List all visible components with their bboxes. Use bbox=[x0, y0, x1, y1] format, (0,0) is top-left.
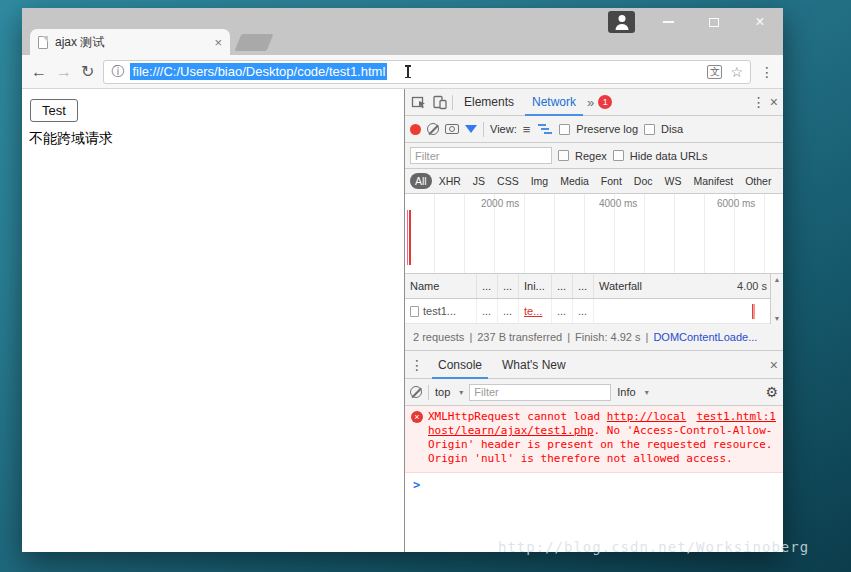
titlebar[interactable]: ajax 测试 × × bbox=[22, 8, 783, 55]
error-source-link[interactable]: test1.html:1 bbox=[697, 410, 776, 424]
request-cell[interactable]: ... bbox=[477, 299, 498, 323]
page-text: 不能跨域请求 bbox=[29, 130, 113, 148]
filter-chip-img[interactable]: Img bbox=[526, 173, 554, 189]
more-tabs-icon[interactable]: » bbox=[587, 95, 594, 110]
tab-console[interactable]: Console bbox=[432, 351, 488, 379]
request-cell[interactable]: ... bbox=[552, 299, 573, 323]
overview-view-icon[interactable] bbox=[536, 123, 553, 135]
column-waterfall[interactable]: Waterfall 4.00 s bbox=[594, 274, 783, 298]
tab-close-icon[interactable]: × bbox=[214, 36, 222, 49]
divider bbox=[483, 122, 484, 137]
filter-chip-font[interactable]: Font bbox=[596, 173, 627, 189]
network-filter-input[interactable] bbox=[410, 147, 552, 164]
request-waterfall-cell[interactable] bbox=[594, 299, 783, 323]
filter-chip-all[interactable]: All bbox=[410, 173, 432, 189]
maximize-button[interactable] bbox=[691, 8, 737, 36]
filter-chip-ws[interactable]: WS bbox=[660, 173, 687, 189]
filter-chip-xhr[interactable]: XHR bbox=[434, 173, 466, 189]
network-summary-bar: 2 requests | 237 B transferred | Finish:… bbox=[405, 324, 783, 351]
console-input-row[interactable]: > bbox=[405, 473, 783, 497]
new-tab-button[interactable] bbox=[235, 34, 274, 51]
drawer-menu-icon[interactable]: ⋮ bbox=[410, 357, 424, 373]
clear-icon[interactable] bbox=[427, 123, 439, 135]
load-event-line bbox=[409, 210, 411, 265]
request-initiator-cell[interactable]: te... bbox=[519, 299, 552, 323]
console-error-message: × test1.html:1 XMLHttpRequest cannot loa… bbox=[405, 406, 783, 473]
devtools-close-icon[interactable]: × bbox=[770, 94, 778, 110]
console-prompt-chevron: > bbox=[413, 478, 420, 492]
filter-chip-other[interactable]: Other bbox=[740, 173, 776, 189]
console-filter-input[interactable] bbox=[469, 384, 611, 401]
refresh-button[interactable]: ↻ bbox=[81, 64, 94, 80]
regex-label: Regex bbox=[575, 150, 607, 162]
column-initiator[interactable]: Ini... bbox=[519, 274, 552, 298]
device-toolbar-icon[interactable] bbox=[431, 94, 448, 110]
request-waterfall-bar bbox=[752, 304, 755, 319]
request-name-cell[interactable]: test1... bbox=[405, 299, 477, 323]
scroll-up-icon[interactable]: ▲ bbox=[774, 276, 781, 283]
requests-table-header: Name ... ... Ini... ... ... Waterfall 4.… bbox=[405, 274, 783, 299]
console-context-select[interactable]: top bbox=[435, 386, 450, 398]
screenshot-icon[interactable] bbox=[445, 124, 459, 134]
resource-type-filters: All XHR JS CSS Img Media Font Doc WS Man… bbox=[405, 169, 783, 194]
summary-separator: | bbox=[469, 331, 472, 343]
scroll-down-icon[interactable]: ▼ bbox=[774, 315, 781, 322]
console-messages: × test1.html:1 XMLHttpRequest cannot loa… bbox=[405, 406, 783, 552]
navigation-bar: ← → ↻ ⓘ file:///C:/Users/biao/Desktop/co… bbox=[22, 55, 783, 89]
test-button[interactable]: Test bbox=[30, 99, 78, 122]
network-overview-timeline[interactable]: 2000 ms 4000 ms 6000 ms bbox=[405, 194, 783, 274]
hide-data-urls-checkbox[interactable] bbox=[613, 150, 624, 161]
column-name[interactable]: Name bbox=[405, 274, 477, 298]
regex-checkbox[interactable] bbox=[558, 150, 569, 161]
drawer-close-icon[interactable]: × bbox=[770, 357, 778, 373]
clear-console-icon[interactable] bbox=[410, 386, 422, 398]
minimize-button[interactable] bbox=[645, 8, 691, 36]
column-misc[interactable]: ... bbox=[573, 274, 594, 298]
url-text[interactable]: file:///C:/Users/biao/Desktop/code/test1… bbox=[130, 63, 387, 80]
back-button[interactable]: ← bbox=[31, 64, 47, 80]
inspect-element-icon[interactable] bbox=[410, 94, 427, 110]
column-misc[interactable]: ... bbox=[552, 274, 573, 298]
address-bar[interactable]: ⓘ file:///C:/Users/biao/Desktop/code/tes… bbox=[103, 60, 751, 84]
console-level-select[interactable]: Info bbox=[617, 386, 635, 398]
column-misc[interactable]: ... bbox=[498, 274, 519, 298]
devtools-menu-icon[interactable]: ⋮ bbox=[752, 94, 766, 110]
request-name: test1... bbox=[423, 305, 456, 317]
view-label: View: bbox=[490, 123, 517, 135]
list-view-icon[interactable]: ≡ bbox=[523, 122, 531, 137]
summary-finish: Finish: 4.92 s bbox=[575, 331, 640, 343]
summary-dcl-link[interactable]: DOMContentLoade... bbox=[653, 331, 757, 343]
filter-chip-js[interactable]: JS bbox=[468, 173, 490, 189]
devtools-tab-bar: Elements Network » 1 ⋮ × bbox=[405, 89, 783, 116]
profile-avatar-button[interactable] bbox=[608, 11, 635, 33]
preserve-log-label: Preserve log bbox=[576, 123, 638, 135]
filter-chip-doc[interactable]: Doc bbox=[629, 173, 658, 189]
browser-window: ajax 测试 × × ← → ↻ ⓘ file:///C:/Users/bia… bbox=[22, 8, 783, 552]
info-icon[interactable]: ⓘ bbox=[111, 63, 124, 81]
table-row[interactable]: test1... ... ... te... ... ... bbox=[405, 299, 783, 324]
filter-chip-media[interactable]: Media bbox=[555, 173, 594, 189]
initiator-link[interactable]: te... bbox=[524, 305, 542, 317]
request-cell[interactable]: ... bbox=[498, 299, 519, 323]
bookmark-star-icon[interactable]: ☆ bbox=[730, 64, 743, 80]
error-count-badge[interactable]: 1 bbox=[598, 95, 612, 109]
timeline-tick-label: 4000 ms bbox=[599, 198, 637, 209]
browser-tab[interactable]: ajax 测试 × bbox=[30, 29, 230, 55]
filter-funnel-icon[interactable] bbox=[465, 125, 477, 133]
filter-chip-css[interactable]: CSS bbox=[492, 173, 524, 189]
forward-button[interactable]: → bbox=[56, 64, 72, 80]
tab-network[interactable]: Network bbox=[525, 89, 583, 116]
tab-elements[interactable]: Elements bbox=[457, 89, 521, 116]
browser-menu-icon[interactable]: ⋮ bbox=[760, 64, 774, 80]
preserve-log-checkbox[interactable] bbox=[559, 124, 570, 135]
record-icon[interactable] bbox=[410, 124, 421, 135]
close-button[interactable]: × bbox=[737, 8, 783, 36]
column-misc[interactable]: ... bbox=[477, 274, 498, 298]
translate-icon[interactable]: 文 bbox=[707, 65, 722, 79]
filter-chip-manifest[interactable]: Manifest bbox=[688, 173, 738, 189]
request-cell[interactable]: ... bbox=[573, 299, 594, 323]
disable-cache-checkbox[interactable] bbox=[644, 124, 655, 135]
table-scrollbar[interactable]: ▲ ▼ bbox=[770, 274, 783, 324]
console-settings-icon[interactable]: ⚙ bbox=[765, 384, 778, 400]
tab-whats-new[interactable]: What's New bbox=[496, 351, 572, 379]
